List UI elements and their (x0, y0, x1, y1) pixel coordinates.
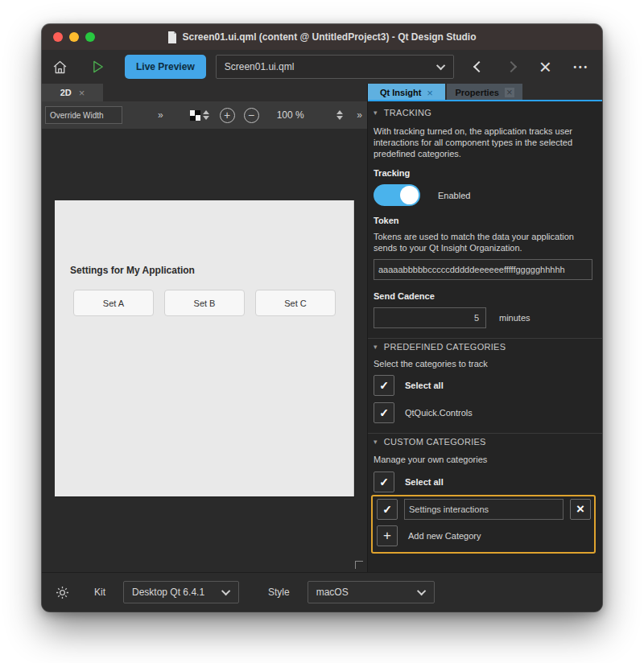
add-category-icon[interactable]: + (377, 525, 398, 546)
tracking-section-header[interactable]: ▾ TRACKING (368, 105, 602, 121)
qtquick-controls-row: ✓ QtQuick.Controls (374, 402, 592, 423)
background-color-spinner[interactable] (203, 110, 209, 120)
custom-select-all-checkbox[interactable]: ✓ (374, 472, 394, 492)
viewport-2d: Override Width » + − 100 % » Settings fo… (42, 101, 368, 572)
zoom-spinner[interactable] (336, 110, 343, 120)
app-window: Screen01.ui.qml (content @ UntitledProje… (42, 24, 602, 612)
style-selector[interactable]: macOS (308, 581, 435, 603)
set-a-button[interactable]: Set A (73, 290, 154, 316)
tracking-description: With tracking turned on, the application… (374, 126, 592, 159)
tab-properties-close-icon[interactable]: × (505, 88, 514, 97)
qtquick-controls-checkbox[interactable]: ✓ (374, 402, 394, 423)
cadence-input[interactable] (374, 307, 486, 328)
add-category-label: Add new Category (408, 531, 481, 541)
kit-selector[interactable]: Desktop Qt 6.4.1 (123, 581, 239, 603)
qt-insight-panel: ▾ TRACKING With tracking turned on, the … (368, 101, 602, 572)
run-project-icon[interactable] (89, 59, 105, 75)
collapse-triangle-icon[interactable]: ▾ (374, 343, 378, 351)
main-area: Override Width » + − 100 % » Settings fo… (42, 101, 602, 572)
canvas-toolbar: Override Width » + − 100 % » (42, 101, 367, 129)
window-title-text: Screen01.ui.qml (content @ UntitledProje… (182, 31, 476, 43)
open-file-selector[interactable]: Screen01.ui.qml (216, 55, 454, 79)
tab-2d-label: 2D (60, 88, 72, 97)
set-b-button[interactable]: Set B (164, 290, 245, 316)
zoom-out-icon[interactable]: − (244, 108, 259, 123)
background-color-icon[interactable] (190, 110, 200, 121)
tab-qt-insight-label: Qt Insight (380, 88, 421, 97)
highlight-callout: ✓ × + Add new Category (371, 495, 596, 554)
left-tab-area: 2D × (42, 84, 368, 101)
status-bar: Kit Desktop Qt 6.4.1 Style macOS (42, 572, 602, 612)
tracking-label: Tracking (374, 168, 592, 178)
custom-description: Manage your own categories (374, 454, 592, 465)
style-label: Style (268, 587, 290, 598)
cadence-row: minutes (374, 307, 592, 328)
chevron-down-icon[interactable] (436, 61, 445, 70)
zoom-level: 100 % (277, 109, 304, 121)
token-description: Tokens are used to match the data your a… (374, 231, 592, 253)
artboard-buttons: Set A Set B Set C (73, 290, 336, 316)
design-canvas[interactable]: Settings for My Application Set A Set B … (42, 129, 367, 572)
delete-category-icon[interactable]: × (570, 499, 591, 520)
custom-select-all-label: Select all (405, 477, 444, 487)
right-tab-area: Qt Insight × Properties × (368, 84, 602, 101)
token-input[interactable] (374, 259, 592, 280)
window-title: Screen01.ui.qml (content @ UntitledProje… (167, 31, 476, 43)
override-width-field[interactable]: Override Width (45, 106, 122, 124)
home-icon[interactable] (52, 59, 68, 76)
predefined-section-header[interactable]: ▾ PREDEFINED CATEGORIES (368, 338, 602, 354)
open-file-name: Screen01.ui.qml (225, 61, 295, 72)
scroll-corner-mark (355, 561, 363, 569)
minimize-window-button[interactable] (69, 32, 79, 42)
maximize-window-button[interactable] (85, 32, 95, 42)
close-document-icon[interactable]: × (539, 59, 551, 75)
page: Screen01.ui.qml (content @ UntitledProje… (0, 0, 644, 663)
kit-value: Desktop Qt 6.4.1 (132, 587, 204, 598)
toolbar-overflow-right-icon[interactable]: » (357, 109, 362, 121)
qtquick-controls-label: QtQuick.Controls (405, 408, 473, 418)
collapse-triangle-icon[interactable]: ▾ (374, 109, 378, 117)
artboard[interactable]: Settings for My Application Set A Set B … (55, 200, 354, 496)
close-window-button[interactable] (53, 32, 63, 42)
traffic-lights (53, 24, 95, 50)
style-value: macOS (316, 587, 349, 598)
toggle-knob (400, 186, 419, 204)
custom-section-header[interactable]: ▾ CUSTOM CATEGORIES (368, 433, 602, 449)
gear-icon[interactable] (55, 585, 70, 600)
token-label: Token (374, 216, 592, 225)
category-name-input[interactable] (404, 499, 564, 520)
custom-header-label: CUSTOM CATEGORIES (384, 437, 486, 447)
predefined-description: Select the categories to track (374, 358, 592, 369)
more-options-icon[interactable]: ••• (573, 63, 589, 72)
live-preview-button[interactable]: Live Preview (125, 55, 206, 79)
predefined-header-label: PREDEFINED CATEGORIES (384, 342, 506, 352)
tab-properties[interactable]: Properties × (447, 84, 522, 101)
zoom-in-icon[interactable]: + (220, 108, 235, 123)
tab-strip: 2D × Qt Insight × Properties × (42, 84, 602, 101)
back-icon[interactable] (475, 63, 483, 71)
custom-select-all-row: ✓ Select all (374, 472, 592, 492)
add-category-row[interactable]: + Add new Category (377, 525, 591, 546)
predefined-select-all-row: ✓ Select all (374, 375, 592, 396)
tab-2d[interactable]: 2D × (42, 84, 103, 101)
tab-2d-close-icon[interactable]: × (79, 87, 85, 99)
forward-icon[interactable] (507, 63, 515, 71)
select-all-checkbox[interactable]: ✓ (374, 375, 394, 396)
document-icon (167, 31, 177, 43)
tab-qt-insight[interactable]: Qt Insight × (368, 84, 445, 101)
send-cadence-label: Send Cadence (374, 291, 592, 301)
tracking-toggle[interactable] (374, 184, 420, 206)
collapse-triangle-icon[interactable]: ▾ (374, 438, 378, 446)
kit-label: Kit (94, 587, 105, 598)
tracking-state: Enabled (438, 191, 470, 200)
set-c-button[interactable]: Set C (255, 290, 336, 316)
tab-qt-insight-close-icon[interactable]: × (427, 87, 433, 99)
select-all-label: Select all (405, 381, 444, 390)
category-checkbox[interactable]: ✓ (377, 499, 398, 520)
tracking-toggle-row: Enabled (374, 184, 592, 206)
main-toolbar: Live Preview Screen01.ui.qml × ••• (42, 50, 602, 84)
chevron-down-icon (221, 587, 230, 595)
tab-properties-label: Properties (455, 88, 498, 97)
title-bar[interactable]: Screen01.ui.qml (content @ UntitledProje… (42, 24, 602, 50)
toolbar-overflow-icon[interactable]: » (158, 109, 163, 121)
